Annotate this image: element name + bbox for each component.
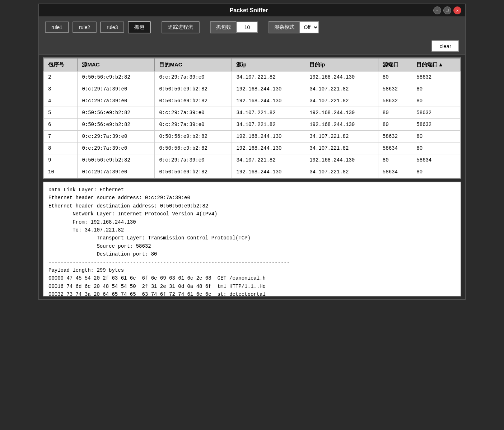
cell-dst-ip: 34.107.221.82 xyxy=(305,166,378,178)
clear-row: clear xyxy=(39,38,465,55)
cell-src-mac: 0:c:29:7a:39:e0 xyxy=(78,166,155,178)
cell-src-mac: 0:50:56:e9:b2:82 xyxy=(78,107,155,119)
table-row[interactable]: 7 0:c:29:7a:39:e0 0:50:56:e9:b2:82 192.1… xyxy=(44,131,461,142)
packet-table-body: 2 0:50:56:e9:b2:82 0:c:29:7a:39:e0 34.10… xyxy=(44,71,461,178)
cell-src-ip: 192.168.244.130 xyxy=(232,95,305,107)
rule3-button[interactable]: rule3 xyxy=(100,22,124,33)
cell-dst-mac: 0:c:29:7a:39:e0 xyxy=(155,119,232,131)
close-button[interactable]: ✕ xyxy=(453,6,461,14)
cell-dst-ip: 192.168.244.130 xyxy=(305,119,378,131)
cell-dst-port: 58632 xyxy=(412,71,461,83)
cell-dst-port: 80 xyxy=(412,166,461,178)
cell-dst-ip: 34.107.221.82 xyxy=(305,83,378,95)
cell-dst-mac: 0:50:56:e9:b2:82 xyxy=(155,166,232,178)
cell-seq: 10 xyxy=(44,166,78,178)
table-row[interactable]: 5 0:50:56:e9:b2:82 0:c:29:7a:39:e0 34.10… xyxy=(44,107,461,119)
capture-button[interactable]: 抓包 xyxy=(128,21,151,33)
mode-group: 混杂模式 Off On xyxy=(269,21,319,33)
maximize-button[interactable]: □ xyxy=(443,6,451,14)
cell-dst-ip: 192.168.244.130 xyxy=(305,107,378,119)
table-row[interactable]: 4 0:c:29:7a:39:e0 0:50:56:e9:b2:82 192.1… xyxy=(44,95,461,107)
cell-seq: 8 xyxy=(44,142,78,154)
col-src-mac: 源MAC xyxy=(78,59,155,71)
cell-src-port: 58634 xyxy=(378,166,412,178)
cell-dst-ip: 34.107.221.82 xyxy=(305,131,378,142)
table-row[interactable]: 9 0:50:56:e9:b2:82 0:c:29:7a:39:e0 34.10… xyxy=(44,154,461,166)
table-row[interactable]: 10 0:c:29:7a:39:e0 0:50:56:e9:b2:82 192.… xyxy=(44,166,461,178)
cell-dst-mac: 0:50:56:e9:b2:82 xyxy=(155,131,232,142)
rule1-button[interactable]: rule1 xyxy=(45,22,69,33)
title-bar: – □ ✕ Packet Sniffer – □ ✕ xyxy=(39,4,465,17)
cell-src-ip: 34.107.221.82 xyxy=(232,71,305,83)
window-title: Packet Sniffer xyxy=(64,7,433,14)
cell-dst-mac: 0:50:56:e9:b2:82 xyxy=(155,83,232,95)
minimize-button[interactable]: – xyxy=(433,6,441,14)
mode-select[interactable]: Off On xyxy=(299,21,319,33)
cell-seq: 2 xyxy=(44,71,78,83)
clear-button[interactable]: clear xyxy=(431,40,459,52)
table-row[interactable]: 2 0:50:56:e9:b2:82 0:c:29:7a:39:e0 34.10… xyxy=(44,71,461,83)
cell-dst-ip: 34.107.221.82 xyxy=(305,142,378,154)
detail-panel[interactable]: Data Link Layer: Ethernet Ethernet heade… xyxy=(43,182,461,296)
table-header-row: 包序号 源MAC 目的MAC 源ip 目的ip 源端口 目的端口▲ xyxy=(44,59,461,71)
cell-dst-port: 58632 xyxy=(412,119,461,131)
rule2-button[interactable]: rule2 xyxy=(73,22,97,33)
col-dst-port: 目的端口▲ xyxy=(412,59,461,71)
cell-src-mac: 0:50:56:e9:b2:82 xyxy=(78,154,155,166)
table-row[interactable]: 8 0:c:29:7a:39:e0 0:50:56:e9:b2:82 192.1… xyxy=(44,142,461,154)
cell-src-ip: 192.168.244.130 xyxy=(232,166,305,178)
table-row[interactable]: 6 0:50:56:e9:b2:82 0:c:29:7a:39:e0 34.10… xyxy=(44,119,461,131)
cell-src-ip: 34.107.221.82 xyxy=(232,119,305,131)
cell-dst-mac: 0:50:56:e9:b2:82 xyxy=(155,142,232,154)
cell-src-ip: 34.107.221.82 xyxy=(232,107,305,119)
cell-src-mac: 0:c:29:7a:39:e0 xyxy=(78,83,155,95)
table-row[interactable]: 3 0:c:29:7a:39:e0 0:50:56:e9:b2:82 192.1… xyxy=(44,83,461,95)
col-src-ip: 源ip xyxy=(232,59,305,71)
col-seq: 包序号 xyxy=(44,59,78,71)
cell-dst-port: 80 xyxy=(412,95,461,107)
packet-table: 包序号 源MAC 目的MAC 源ip 目的ip 源端口 目的端口▲ 2 0:50… xyxy=(43,58,461,178)
cell-src-port: 80 xyxy=(378,107,412,119)
col-dst-mac: 目的MAC xyxy=(155,59,232,71)
count-input[interactable] xyxy=(236,22,258,33)
cell-dst-port: 58632 xyxy=(412,107,461,119)
cell-src-port: 80 xyxy=(378,154,412,166)
col-src-port: 源端口 xyxy=(378,59,412,71)
cell-dst-mac: 0:c:29:7a:39:e0 xyxy=(155,71,232,83)
cell-src-port: 58634 xyxy=(378,142,412,154)
cell-dst-ip: 192.168.244.130 xyxy=(305,71,378,83)
cell-dst-ip: 34.107.221.82 xyxy=(305,95,378,107)
packet-table-container: 包序号 源MAC 目的MAC 源ip 目的ip 源端口 目的端口▲ 2 0:50… xyxy=(43,57,461,179)
cell-src-port: 58632 xyxy=(378,95,412,107)
mode-label: 混杂模式 xyxy=(269,21,299,33)
col-dst-ip: 目的ip xyxy=(305,59,378,71)
cell-dst-mac: 0:50:56:e9:b2:82 xyxy=(155,95,232,107)
cell-seq: 3 xyxy=(44,83,78,95)
capture-count-group: 抓包数 xyxy=(210,21,258,33)
cell-src-ip: 192.168.244.130 xyxy=(232,131,305,142)
cell-seq: 6 xyxy=(44,119,78,131)
cell-src-mac: 0:c:29:7a:39:e0 xyxy=(78,131,155,142)
cell-dst-mac: 0:c:29:7a:39:e0 xyxy=(155,107,232,119)
cell-src-port: 80 xyxy=(378,71,412,83)
cell-src-mac: 0:c:29:7a:39:e0 xyxy=(78,95,155,107)
cell-seq: 4 xyxy=(44,95,78,107)
cell-dst-ip: 192.168.244.130 xyxy=(305,154,378,166)
cell-dst-port: 80 xyxy=(412,131,461,142)
cell-seq: 7 xyxy=(44,131,78,142)
cell-seq: 5 xyxy=(44,107,78,119)
cell-src-port: 80 xyxy=(378,119,412,131)
cell-dst-port: 80 xyxy=(412,142,461,154)
main-window: – □ ✕ Packet Sniffer – □ ✕ rule1 rule2 r… xyxy=(38,4,466,300)
cell-src-mac: 0:50:56:e9:b2:82 xyxy=(78,119,155,131)
window-controls: – □ ✕ xyxy=(433,6,461,14)
cell-dst-mac: 0:c:29:7a:39:e0 xyxy=(155,154,232,166)
toolbar: rule1 rule2 rule3 抓包 追踪进程流 抓包数 混杂模式 Off … xyxy=(39,17,465,38)
cell-src-mac: 0:50:56:e9:b2:82 xyxy=(78,71,155,83)
cell-src-port: 58632 xyxy=(378,83,412,95)
cell-dst-port: 58634 xyxy=(412,154,461,166)
cell-src-port: 58632 xyxy=(378,131,412,142)
cell-dst-port: 80 xyxy=(412,83,461,95)
trace-button[interactable]: 追踪进程流 xyxy=(162,21,200,33)
cell-src-mac: 0:c:29:7a:39:e0 xyxy=(78,142,155,154)
